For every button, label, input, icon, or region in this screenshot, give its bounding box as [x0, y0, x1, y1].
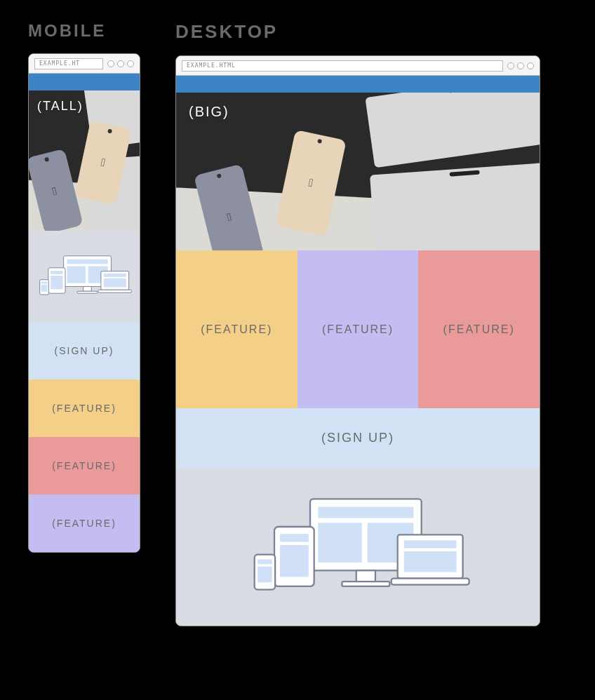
svg-rect-23 — [280, 534, 309, 541]
mobile-heading: MOBILE — [28, 21, 140, 41]
mobile-browser-chrome: EXAMPLE.HT — [29, 54, 140, 74]
mobile-browser-frame: EXAMPLE.HT   (TALL) — [28, 53, 140, 553]
svg-rect-27 — [258, 567, 272, 583]
desktop-window-controls — [507, 62, 534, 69]
desktop-feature-block-1: (FEATURE) — [176, 250, 298, 408]
mobile-feature-block-1: (FEATURE) — [29, 379, 140, 437]
svg-rect-1 — [67, 260, 108, 264]
svg-rect-2 — [67, 266, 86, 283]
mobile-hero-block:   (TALL) — [29, 90, 140, 231]
svg-rect-8 — [51, 276, 63, 289]
mobile-feature-block-3: (FEATURE) — [29, 494, 140, 552]
mobile-address-bar: EXAMPLE.HT — [34, 58, 103, 69]
svg-rect-29 — [404, 540, 457, 548]
mobile-header-bar — [29, 74, 140, 90]
window-dot-icon — [527, 62, 534, 69]
mobile-signup-block: (SIGN UP) — [29, 322, 140, 379]
window-dot-icon — [517, 62, 524, 69]
svg-rect-31 — [392, 579, 469, 585]
mobile-feature-block-2: (FEATURE) — [29, 437, 140, 494]
laptop-icon — [365, 93, 540, 168]
svg-rect-10 — [41, 282, 48, 284]
desktop-browser-frame: EXAMPLE.HTML   (BIG — [175, 55, 540, 626]
hero-photo:   — [176, 93, 540, 250]
svg-rect-4 — [83, 287, 92, 292]
desktop-signup-block: (SIGN UP) — [176, 408, 540, 468]
svg-rect-30 — [404, 551, 457, 572]
responsive-devices-icon — [33, 253, 135, 300]
svg-rect-7 — [51, 271, 63, 274]
svg-rect-24 — [280, 545, 309, 577]
mobile-hero-label: (TALL) — [37, 99, 83, 114]
svg-rect-17 — [318, 507, 413, 518]
desktop-address-bar: EXAMPLE.HTML — [182, 60, 503, 72]
window-dot-icon — [117, 60, 124, 67]
desktop-features-row: (FEATURE) (FEATURE) (FEATURE) — [176, 250, 540, 408]
window-dot-icon — [127, 60, 134, 67]
desktop-hero-label: (BIG) — [189, 104, 229, 120]
desktop-illustration-block — [176, 468, 540, 626]
mobile-window-controls — [107, 60, 134, 67]
svg-rect-21 — [342, 581, 389, 586]
svg-rect-18 — [318, 523, 361, 563]
desktop-viewport:   (BIG) (FEATURE) (FEATURE) (FEATURE) … — [176, 76, 540, 626]
mobile-illustration-block — [29, 231, 140, 322]
svg-rect-15 — [98, 290, 131, 292]
desktop-header-bar — [176, 76, 540, 93]
desktop-browser-chrome: EXAMPLE.HTML — [176, 56, 540, 76]
svg-rect-11 — [41, 285, 48, 292]
svg-rect-5 — [77, 291, 98, 293]
desktop-heading: DESKTOP — [175, 21, 540, 43]
svg-rect-14 — [104, 278, 126, 288]
mobile-column: MOBILE EXAMPLE.HT   — [28, 21, 140, 553]
desktop-column: DESKTOP EXAMPLE.HTML  — [175, 21, 540, 626]
mobile-viewport:   (TALL) — [29, 74, 140, 552]
laptop-icon — [370, 162, 540, 250]
svg-rect-13 — [104, 274, 126, 277]
svg-rect-20 — [356, 570, 375, 581]
responsive-devices-icon — [239, 491, 477, 603]
window-dot-icon — [507, 62, 514, 69]
window-dot-icon — [107, 60, 114, 67]
diagram-columns: MOBILE EXAMPLE.HT   — [28, 21, 567, 626]
desktop-feature-block-3: (FEATURE) — [418, 250, 540, 408]
desktop-hero-block:   (BIG) — [176, 93, 540, 250]
svg-rect-26 — [258, 560, 272, 565]
desktop-feature-block-2: (FEATURE) — [298, 250, 419, 408]
